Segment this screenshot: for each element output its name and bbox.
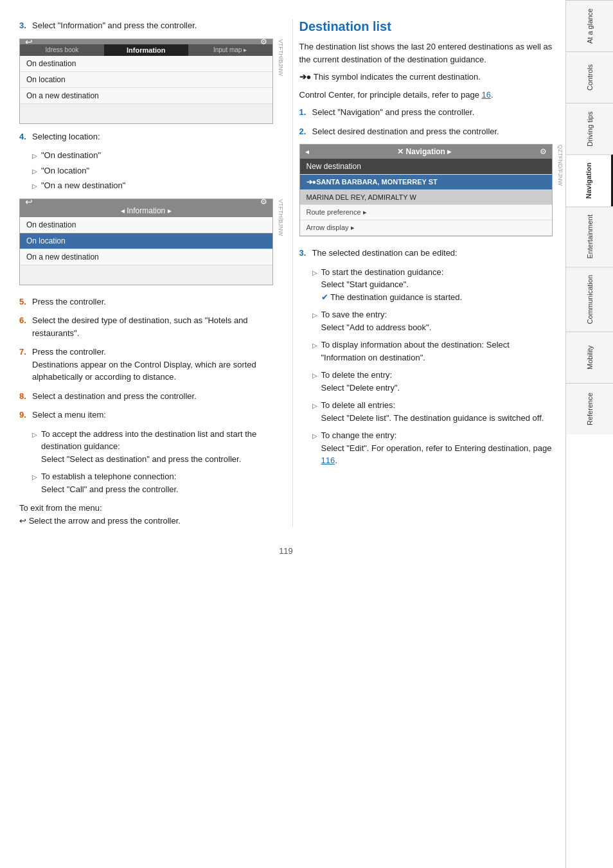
page-ref-16[interactable]: 16 bbox=[481, 90, 490, 100]
period-1: . bbox=[491, 90, 493, 100]
exit-back-icon: ↩ bbox=[19, 516, 26, 526]
step-4-sub-2-text: "On location" bbox=[41, 164, 89, 177]
screen-1-settings-icon[interactable]: ⚙ bbox=[260, 37, 267, 46]
nav-row-marina[interactable]: MARINA DEL REY, ADMIRALTY W bbox=[300, 190, 553, 205]
right-step-3-sub-1-check: ✔ The destination guidance is started. bbox=[321, 292, 463, 302]
step-4-number: 4. bbox=[19, 130, 28, 143]
screen-2: ↩ ⚙ ◂ Information ▸ On destination On lo… bbox=[19, 199, 273, 285]
step-9: 9. Select a menu item: bbox=[19, 409, 273, 421]
page-number: 119 bbox=[279, 546, 293, 556]
control-center-note: Control Center, for principle details, r… bbox=[299, 89, 553, 102]
page-ref-116[interactable]: 116 bbox=[321, 456, 335, 465]
step-9-subitems: ▷ To accept the address into the destina… bbox=[32, 428, 273, 496]
nav-settings-icon[interactable]: ⚙ bbox=[540, 147, 547, 156]
nav-title: ✕ Navigation ▸ bbox=[397, 147, 451, 156]
right-step-3-sub-2: ▷ To save the entry: Select "Add to addr… bbox=[312, 308, 553, 333]
sidebar-tab-navigation[interactable]: Navigation bbox=[566, 154, 613, 206]
exit-label: To exit from the menu: bbox=[19, 503, 102, 513]
control-center-text: Control Center, for principle details, r… bbox=[299, 90, 482, 100]
step-6-number: 6. bbox=[19, 314, 28, 339]
screen-2-header: ↩ ⚙ bbox=[20, 199, 272, 204]
step-4: 4. Selecting location: bbox=[19, 130, 273, 143]
right-step-3-sub-6: ▷ To change the entry: Select "Edit". Fo… bbox=[312, 429, 553, 467]
step-4-text: Selecting location: bbox=[32, 130, 100, 143]
triangle-r3: ▷ bbox=[312, 341, 317, 364]
step-7-number: 7. bbox=[19, 346, 28, 384]
right-step-2: 2. Select desired destination and press … bbox=[299, 125, 553, 138]
nav-row-route-pref[interactable]: Route preference ▸ bbox=[300, 205, 553, 220]
screen-1-row-on-new-destination[interactable]: On a new destination bbox=[20, 88, 272, 104]
screen-1-tab-information[interactable]: Information bbox=[104, 44, 188, 56]
right-step-3: 3. The selected destination can be edite… bbox=[299, 247, 553, 260]
step-9-sub-2-text: To establish a telephone connection: bbox=[41, 472, 176, 481]
right-step-3-text: The selected destination can be edited: bbox=[312, 247, 458, 260]
triangle-icon-9a: ▷ bbox=[32, 430, 37, 466]
sidebar-tab-communication[interactable]: Communication bbox=[566, 267, 613, 332]
step-4-sub-1-text: "On destination" bbox=[41, 149, 101, 162]
nav-back-arrow[interactable]: ◂ bbox=[305, 147, 309, 156]
arrow-bullet: ➔● bbox=[299, 72, 312, 82]
screen-2-back-icon[interactable]: ↩ bbox=[25, 197, 33, 207]
right-step-3-sub-5: ▷ To delete all entries: Select "Delete … bbox=[312, 399, 553, 424]
sidebar-tab-reference[interactable]: Reference bbox=[566, 383, 613, 434]
step-9-sub-1-detail: Select "Select as destination" and press… bbox=[41, 454, 241, 464]
right-step-3-sub-4-text: To delete the entry: bbox=[321, 370, 393, 380]
screen-2-row-on-new-destination[interactable]: On a new destination bbox=[20, 249, 272, 265]
step-9-sub-1: ▷ To accept the address into the destina… bbox=[32, 428, 273, 466]
nav-row-arrow-display[interactable]: Arrow display ▸ bbox=[300, 220, 553, 236]
screen-2-row-on-destination[interactable]: On destination bbox=[20, 217, 272, 233]
step-9-sub-1-text: To accept the address into the destinati… bbox=[41, 429, 256, 452]
sidebar-tab-at-a-glance[interactable]: At a glance bbox=[566, 0, 613, 51]
sidebar-tab-controls[interactable]: Controls bbox=[566, 51, 613, 103]
triangle-r6: ▷ bbox=[312, 431, 317, 467]
screen-1-row-on-location[interactable]: On location bbox=[20, 72, 272, 88]
step-4-sub-3: ▷ "On a new destination" bbox=[32, 179, 273, 192]
screen-1-tab-bar: Idress book Information Input map ▸ bbox=[20, 44, 272, 56]
right-step-3-subitems: ▷ To start the destination guidance: Sel… bbox=[312, 266, 553, 467]
step-7: 7. Press the controller. Destinations ap… bbox=[19, 346, 273, 384]
right-step-3-sub-4-detail: Select "Delete entry". bbox=[321, 383, 400, 393]
right-step-3-sub-5-detail: Select "Delete list". The destination gu… bbox=[321, 413, 544, 423]
triangle-r1: ▷ bbox=[312, 268, 317, 304]
step-5: 5. Press the controller. bbox=[19, 296, 273, 308]
right-step-3-sub-2-detail: Select "Add to address book". bbox=[321, 323, 432, 332]
sidebar-tab-mobility[interactable]: Mobility bbox=[566, 332, 613, 383]
triangle-icon-9b: ▷ bbox=[32, 472, 37, 495]
triangle-r2: ▷ bbox=[312, 310, 317, 333]
triangle-icon-2: ▷ bbox=[32, 166, 37, 177]
page-footer: 119 bbox=[19, 546, 553, 556]
right-step-3-number: 3. bbox=[299, 247, 308, 260]
right-step-3-sub-1-detail: Select "Start guidance". bbox=[321, 279, 409, 289]
step-4-sub-3-text: "On a new destination" bbox=[41, 179, 125, 192]
nav-row-new-dest[interactable]: New destination bbox=[300, 159, 553, 175]
step-8-text: Select a destination and press the contr… bbox=[32, 390, 197, 403]
nav-screen-caption: QZTFND/FJNW bbox=[557, 145, 564, 236]
right-step-1-number: 1. bbox=[299, 106, 308, 119]
nav-screen-header: ◂ ✕ Navigation ▸ ⚙ bbox=[300, 145, 553, 159]
step-6: 6. Select the desired type of destinatio… bbox=[19, 314, 273, 339]
step-5-number: 5. bbox=[19, 296, 28, 308]
right-step-3-sub-4: ▷ To delete the entry: Select "Delete en… bbox=[312, 369, 553, 394]
sidebar-tabs: At a glance Controls Driving tips Naviga… bbox=[565, 0, 613, 868]
step-7-text: Press the controller. bbox=[32, 347, 106, 357]
right-step-3-sub-3-text: To display information about the destina… bbox=[321, 339, 553, 364]
exit-detail: Select the arrow and press the controlle… bbox=[29, 516, 181, 526]
screen-1-back-icon[interactable]: ↩ bbox=[25, 37, 33, 47]
right-step-3-sub-1: ▷ To start the destination guidance: Sel… bbox=[312, 266, 553, 304]
screen-2-row-on-location[interactable]: On location bbox=[20, 233, 272, 249]
screen-2-settings-icon[interactable]: ⚙ bbox=[260, 197, 267, 206]
nav-row-santa-barbara[interactable]: ➔●SANTA BARBARA, MONTERREY ST bbox=[300, 175, 553, 190]
step-3: 3. Select "Information" and press the co… bbox=[19, 19, 273, 32]
sidebar-tab-driving-tips[interactable]: Driving tips bbox=[566, 103, 613, 154]
step-3-text: Select "Information" and press the contr… bbox=[32, 19, 197, 32]
sidebar-tab-entertainment[interactable]: Entertainment bbox=[566, 206, 613, 266]
step-5-text: Press the controller. bbox=[32, 296, 106, 308]
right-step-2-number: 2. bbox=[299, 125, 308, 138]
step-4-sub-2: ▷ "On location" bbox=[32, 164, 273, 177]
screen-1-row-on-destination[interactable]: On destination bbox=[20, 56, 272, 72]
period-2: . bbox=[335, 456, 337, 465]
screen-1-caption: VTFTH/BJNW bbox=[278, 39, 284, 123]
right-step-3-sub-3: ▷ To display information about the desti… bbox=[312, 339, 553, 364]
step-8-number: 8. bbox=[19, 390, 28, 403]
step-9-sub-2-detail: Select "Call" and press the controller. bbox=[41, 484, 179, 494]
